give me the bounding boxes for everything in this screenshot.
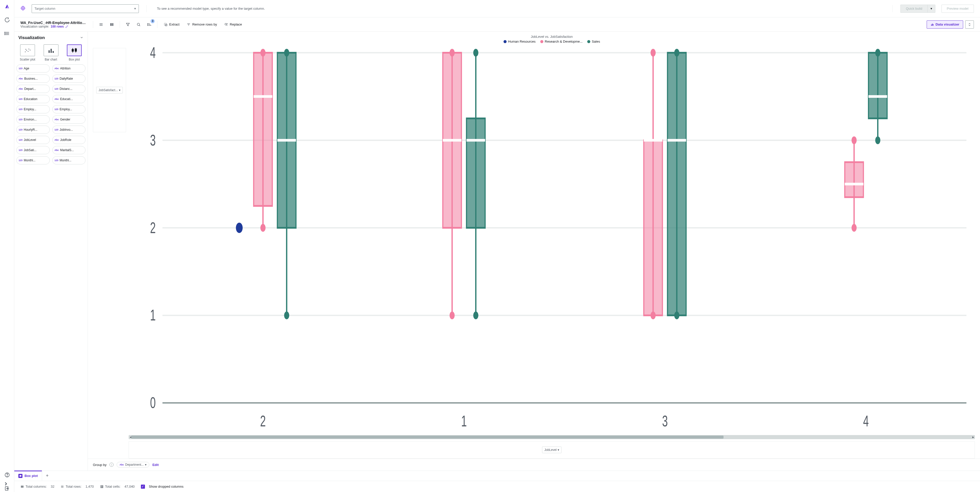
column-pill[interactable]: 123JobSati... xyxy=(16,146,50,154)
svg-text:1: 1 xyxy=(461,412,467,430)
svg-rect-51 xyxy=(75,49,76,51)
column-pill[interactable]: 123Environ... xyxy=(16,115,50,124)
svg-point-21 xyxy=(137,23,140,25)
preview-model-button: Preview model xyxy=(942,5,974,13)
column-pill[interactable]: 123Employ... xyxy=(52,105,86,113)
chart-horizontal-scrollbar[interactable]: ◀▶ xyxy=(129,435,975,439)
chevron-down-icon: ▾ xyxy=(134,6,136,11)
add-tab-button[interactable]: + xyxy=(42,471,52,481)
svg-rect-119 xyxy=(100,486,103,488)
svg-rect-66 xyxy=(254,53,272,206)
svg-rect-112 xyxy=(21,475,21,476)
svg-point-75 xyxy=(284,49,289,56)
remove-rows-action[interactable]: Remove rows by xyxy=(184,20,220,29)
data-visualizer-button[interactable]: Data visualizer xyxy=(927,21,963,29)
svg-point-42 xyxy=(28,49,29,49)
svg-point-43 xyxy=(30,50,30,51)
svg-text:1: 1 xyxy=(150,306,156,324)
svg-point-44 xyxy=(25,49,26,50)
svg-rect-110 xyxy=(20,475,21,476)
column-pill[interactable]: 123Employ... xyxy=(16,105,50,113)
svg-point-27 xyxy=(148,24,148,25)
x-axis-dropzone[interactable]: JobLevel ▾ xyxy=(129,441,975,459)
sample-size-link[interactable]: 100 rows xyxy=(51,25,64,28)
refresh-icon[interactable] xyxy=(4,17,10,24)
expand-panel-button[interactable] xyxy=(965,21,974,29)
chart-title: JobLevel vs. JobSatisfaction xyxy=(129,35,975,38)
stat-total-cells: Total cells: 47,040 xyxy=(100,485,135,489)
columns-view-icon[interactable] xyxy=(107,20,116,29)
svg-rect-36 xyxy=(931,24,932,26)
collapse-panel-icon[interactable] xyxy=(80,36,83,40)
dataset-title: WA_Fn-UseC_-HR-Employee-Attrition... Vis… xyxy=(21,21,87,28)
filter-icon[interactable] xyxy=(124,20,132,29)
expand-rail-icon[interactable] xyxy=(3,481,9,487)
svg-point-64 xyxy=(236,223,243,233)
svg-point-39 xyxy=(25,52,25,53)
svg-rect-37 xyxy=(932,24,932,25)
svg-point-85 xyxy=(473,312,478,319)
svg-text:3: 3 xyxy=(662,412,668,430)
column-pill[interactable]: 123Age xyxy=(16,64,50,73)
column-pill[interactable]: AbcEducati... xyxy=(52,95,86,103)
svg-text:4: 4 xyxy=(150,45,156,61)
column-pill[interactable]: 123Education xyxy=(16,95,50,103)
target-icon xyxy=(21,6,25,11)
svg-text:4: 4 xyxy=(863,412,869,430)
group-by-chip[interactable]: AbcDepartment...▾ xyxy=(117,462,149,468)
rows-view-icon[interactable] xyxy=(97,20,105,29)
svg-rect-20 xyxy=(113,23,113,26)
svg-point-5 xyxy=(4,35,5,35)
column-pill[interactable]: 123Monthl... xyxy=(16,156,50,164)
svg-point-40 xyxy=(26,50,27,51)
group-by-bar: Group by i AbcDepartment...▾ Edit xyxy=(88,459,980,471)
svg-point-70 xyxy=(260,224,266,232)
tab-box-plot[interactable]: Box plot xyxy=(14,471,42,481)
svg-rect-114 xyxy=(22,486,22,487)
column-pill[interactable]: 123DailyRate xyxy=(52,75,86,83)
visualization-panel: Visualization Scatter plot Bar chart Box… xyxy=(14,32,88,471)
show-dropped-checkbox[interactable]: ✓ Show dropped columns xyxy=(141,485,183,489)
logo-icon xyxy=(4,3,10,10)
edit-group-by[interactable]: Edit xyxy=(152,463,159,467)
column-pill[interactable]: AbcJobRole xyxy=(52,136,86,144)
viz-type-bar[interactable]: Bar chart xyxy=(41,45,61,61)
svg-text:2: 2 xyxy=(150,219,156,236)
column-pill[interactable]: AbcBusines... xyxy=(16,75,50,83)
svg-point-108 xyxy=(875,49,880,56)
svg-point-34 xyxy=(225,23,227,25)
search-icon[interactable] xyxy=(134,20,143,29)
column-pill[interactable]: AbcGender xyxy=(52,115,86,124)
y-axis-dropzone[interactable]: JobSatisfact... ▾ xyxy=(93,48,126,132)
svg-point-96 xyxy=(674,312,679,319)
column-pill[interactable]: 123HourlyR... xyxy=(16,126,50,134)
svg-line-35 xyxy=(227,25,228,25)
info-icon[interactable]: i xyxy=(110,463,114,467)
sort-icon[interactable]: 3 xyxy=(145,20,154,29)
svg-rect-49 xyxy=(72,49,73,51)
replace-action[interactable]: Replace xyxy=(221,20,245,29)
target-column-select[interactable]: Target column ▾ xyxy=(32,4,139,13)
svg-rect-45 xyxy=(48,50,50,53)
column-pill[interactable]: AbcMaritalS... xyxy=(52,146,86,154)
viz-type-scatter[interactable]: Scatter plot xyxy=(18,45,38,61)
column-pill[interactable]: AbcAttrition xyxy=(52,64,86,73)
box-plot-tab-icon xyxy=(18,474,22,478)
viz-type-box[interactable]: Box plot xyxy=(64,45,84,61)
svg-text:3: 3 xyxy=(150,131,156,149)
column-pill[interactable]: 123Distanc... xyxy=(52,85,86,93)
svg-text:2: 2 xyxy=(260,412,266,430)
svg-text:0: 0 xyxy=(150,394,156,412)
column-pill[interactable]: 123JobLevel xyxy=(16,136,50,144)
svg-point-74 xyxy=(284,312,289,319)
help-icon[interactable] xyxy=(4,472,10,478)
list-icon[interactable] xyxy=(4,31,10,37)
edit-icon[interactable] xyxy=(65,25,68,28)
svg-rect-105 xyxy=(869,53,887,118)
tab-bar: Box plot + xyxy=(14,471,980,481)
column-pill[interactable]: 123JobInvo... xyxy=(52,126,86,134)
column-pill[interactable]: AbcDepart... xyxy=(16,85,50,93)
column-pill[interactable]: 123Monthl... xyxy=(52,156,86,164)
columns-list[interactable]: 123AgeAbcAttritionAbcBusines...123DailyR… xyxy=(14,63,88,471)
extract-action[interactable]: Extract xyxy=(161,20,182,29)
